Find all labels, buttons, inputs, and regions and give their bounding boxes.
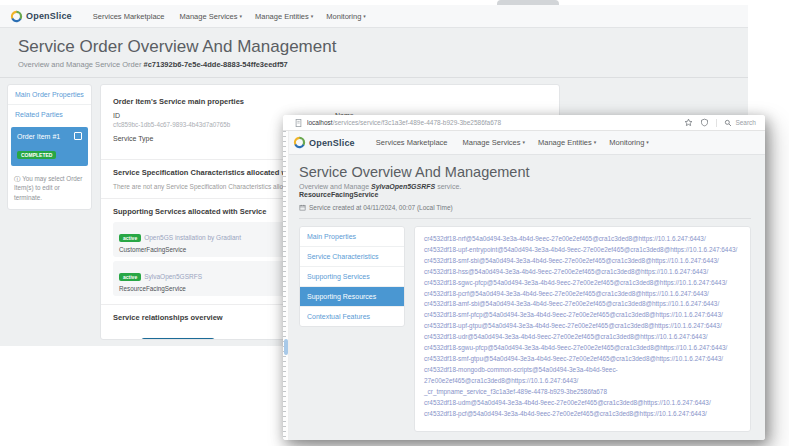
- page-subtitle: Overview and Manage Service Order #c7139…: [18, 60, 748, 69]
- openslice-logo-icon: [293, 136, 306, 149]
- service-name: SylvaOpen5GSRFS: [371, 183, 435, 190]
- sidebar-tab[interactable]: Service Characteristics: [300, 247, 404, 267]
- resource-link[interactable]: cr4532df18-amf-sbi@54a0d494-3e3a-4b4d-9e…: [424, 299, 741, 310]
- section-heading-main-properties: Order Item's Service main properties: [113, 97, 547, 106]
- resource-link[interactable]: _cr_tmpname_service_f3c1a3ef-489e-4478-b…: [424, 387, 741, 398]
- checkbox-icon[interactable]: [74, 132, 82, 140]
- front-window: localhost/services/service/f3c1a3ef-489e…: [283, 115, 765, 440]
- shield-icon[interactable]: [700, 118, 709, 127]
- nav-item[interactable]: Monitoring▾: [609, 138, 649, 147]
- nav-item[interactable]: Manage Entities▾: [538, 138, 596, 147]
- caret-down-icon: ▾: [311, 13, 314, 19]
- active-badge: active: [119, 273, 141, 281]
- back-navbar: OpenSlice Services Marketplace Manage Se…: [0, 5, 748, 28]
- brand-name: OpenSlice: [309, 138, 355, 148]
- nav-item[interactable]: Manage Services▾: [463, 138, 525, 147]
- resource-link[interactable]: cr4532df18-pcrf@54a0d494-3e3a-4b4d-9eec-…: [424, 289, 741, 300]
- nav-item[interactable]: Monitoring▾: [326, 12, 366, 21]
- caret-down-icon: ▾: [646, 139, 649, 145]
- diagram-node-from[interactable]: Open5GS installation by Gradiant: [141, 338, 215, 340]
- sidebar-link[interactable]: Related Parties: [8, 105, 91, 124]
- url-text[interactable]: localhost/services/service/f3c1a3ef-489e…: [307, 119, 679, 126]
- openslice-logo[interactable]: OpenSlice: [293, 136, 355, 149]
- calendar-icon: [299, 204, 306, 211]
- resource-link[interactable]: cr4532df18-pcf@54a0d494-3e3a-4b4d-9eec-2…: [424, 409, 741, 420]
- ruler-strip: [283, 131, 289, 440]
- resource-link[interactable]: cr4532df18-mongodb-common-scripts@54a0d4…: [424, 365, 741, 387]
- sidebar-link[interactable]: Main Order Properties: [8, 85, 91, 105]
- order-page-header: Service Order Overview And Management Ov…: [0, 28, 748, 78]
- status-badge: COMPLETED: [17, 151, 56, 159]
- openslice-logo[interactable]: OpenSlice: [10, 10, 72, 23]
- order-item-label: Order Item #1: [17, 133, 60, 140]
- resource-link[interactable]: cr4532df18-smf-pfcp@54a0d494-3e3a-4b4d-9…: [424, 310, 741, 321]
- sidebar-tab[interactable]: Supporting Services: [300, 267, 404, 287]
- resource-link[interactable]: cr4532df18-nrf@54a0d494-3e3a-4b4d-9eec-2…: [424, 234, 741, 245]
- page-title: Service Overview And Management: [299, 164, 751, 180]
- order-sidebar: Main Order Properties Related Parties Or…: [7, 84, 92, 210]
- browser-search[interactable]: Search: [716, 119, 756, 127]
- main-nav: Services Marketplace Manage Services▾ Ma…: [93, 12, 366, 21]
- brand-name: OpenSlice: [26, 11, 72, 21]
- page-subtitle: Overview and Manage SylvaOpen5GSRFS serv…: [299, 183, 751, 190]
- page-icon: [295, 119, 302, 127]
- nav-item[interactable]: Services Marketplace: [376, 138, 450, 147]
- resource-link[interactable]: cr4532df18-sgwc-pfcp@54a0d494-3e3a-4b4d-…: [424, 278, 741, 289]
- resource-link[interactable]: cr4532df18-udr@54a0d494-3e3a-4b4d-9eec-2…: [424, 332, 741, 343]
- created-at: Service created at 04/11/2024, 00:07 (Lo…: [299, 204, 751, 219]
- caret-down-icon: ▾: [594, 139, 597, 145]
- resource-link[interactable]: cr4532df18-sgwu-pfcp@54a0d494-3e3a-4b4d-…: [424, 343, 741, 354]
- caret-down-icon: ▾: [363, 13, 366, 19]
- resource-link[interactable]: cr4532df18-smf-gtpu@54a0d494-3e3a-4b4d-9…: [424, 354, 741, 365]
- service-page: Service Overview And Management Overview…: [283, 155, 765, 440]
- caret-down-icon: ▾: [522, 139, 525, 145]
- sidebar-tab[interactable]: Contextual Features: [300, 307, 404, 326]
- nav-item[interactable]: Services Marketplace: [93, 12, 167, 21]
- service-columns: Main Properties Service Characteristics …: [299, 226, 751, 436]
- resource-link[interactable]: cr4532df18-upf-entrypoint@54a0d494-3e3a-…: [424, 245, 741, 256]
- info-icon: ⓘ: [14, 175, 21, 182]
- order-item-1[interactable]: Order Item #1 COMPLETED: [11, 127, 88, 166]
- sidebar-hint: ⓘ You may select Order Item(s) to edit o…: [8, 169, 91, 209]
- openslice-logo-icon: [10, 10, 23, 23]
- supporting-resources-card: cr4532df18-nrf@54a0d494-3e3a-4b4d-9eec-2…: [414, 226, 751, 432]
- sidebar-tab[interactable]: Main Properties: [300, 227, 404, 247]
- active-badge: active: [119, 234, 141, 242]
- nav-item[interactable]: Manage Services▾: [180, 12, 242, 21]
- search-icon: [724, 119, 732, 127]
- main-nav: Services Marketplace Manage Services▾ Ma…: [376, 138, 649, 147]
- service-type: ResourceFacingService: [299, 191, 751, 198]
- resource-link[interactable]: cr4532df18-udm@54a0d494-3e3a-4b4d-9eec-2…: [424, 398, 741, 409]
- address-bar-icons: Search: [684, 118, 756, 127]
- order-sidebar-links: Main Order Properties Related Parties: [8, 85, 91, 124]
- scroll-marker[interactable]: [284, 339, 288, 355]
- nav-item[interactable]: Manage Entities▾: [255, 12, 313, 21]
- bookmark-star-icon[interactable]: [684, 118, 693, 127]
- sidebar-tab[interactable]: Supporting Resources: [300, 287, 404, 307]
- order-id: #c71392b6-7e5e-4dde-8883-54ffe3eedf57: [143, 60, 287, 69]
- front-navbar: OpenSlice Services Marketplace Manage Se…: [283, 131, 765, 155]
- caret-down-icon: ▾: [239, 13, 242, 19]
- service-sidebar: Main Properties Service Characteristics …: [299, 226, 405, 327]
- browser-address-bar: localhost/services/service/f3c1a3ef-489e…: [283, 115, 765, 131]
- resource-link[interactable]: cr4532df18-hss@54a0d494-3e3a-4b4d-9eec-2…: [424, 267, 741, 278]
- resource-link[interactable]: cr4532df18-upf-gtpu@54a0d494-3e3a-4b4d-9…: [424, 321, 741, 332]
- page-title: Service Order Overview And Management: [18, 37, 748, 57]
- resource-link[interactable]: cr4532df18-smf-sbi@54a0d494-3e3a-4b4d-9e…: [424, 256, 741, 267]
